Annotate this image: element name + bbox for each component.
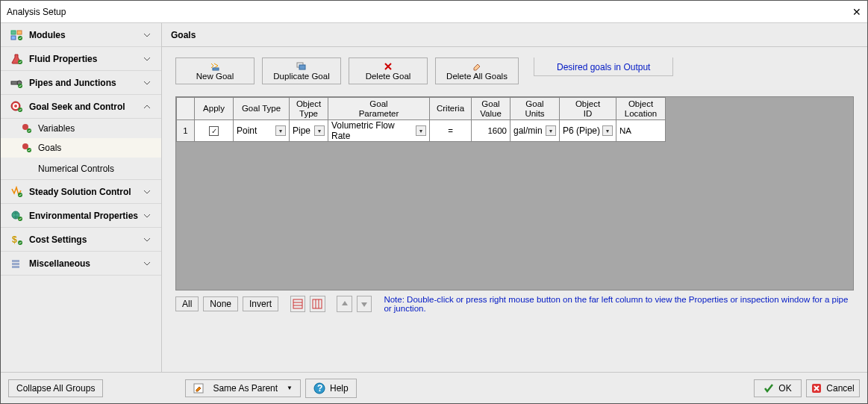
goal-units-cell[interactable]: gal/min▾ [511, 120, 560, 142]
object-location-cell[interactable]: NA [616, 120, 666, 142]
new-goal-button[interactable]: New Goal [175, 58, 255, 84]
svg-rect-27 [293, 299, 302, 308]
svg-rect-1 [17, 31, 22, 34]
same-as-parent-button[interactable]: Same As Parent ▼ [185, 379, 301, 397]
ok-check-icon [764, 383, 774, 394]
move-up-button[interactable] [337, 296, 352, 312]
col-goal-value[interactable]: Goal Value [472, 98, 511, 120]
duplicate-icon [296, 61, 307, 72]
flask-icon [8, 53, 25, 65]
delete-goal-button[interactable]: Delete Goal [349, 58, 428, 84]
variables-icon [22, 123, 37, 134]
sidebar-sub-label: Numerical Controls [37, 164, 114, 174]
dropdown-arrow-icon[interactable]: ▾ [416, 125, 426, 136]
dropdown-arrow-icon[interactable]: ▾ [275, 125, 286, 136]
goal-parameter-cell[interactable]: Volumetric Flow Rate▾ [328, 120, 430, 142]
apply-cell[interactable]: ✓ [195, 120, 234, 142]
col-goal-type[interactable]: Goal Type [234, 98, 290, 120]
sidebar-sub-numerical-controls[interactable]: Numerical Controls [1, 158, 161, 180]
object-id-cell[interactable]: P6 (Pipe)▾ [560, 120, 616, 142]
ok-button[interactable]: OK [754, 379, 802, 397]
svg-rect-21 [12, 260, 19, 262]
dropdown-arrow-icon: ▼ [287, 385, 293, 391]
goals-grid: Apply Goal Type Object Type Goal Paramet… [175, 96, 854, 290]
sidebar-label: Cost Settings [25, 234, 143, 245]
grid-footer-controls: All None Invert Note: Double-click or pr… [175, 295, 854, 313]
sidebar-item-modules[interactable]: Modules [1, 23, 161, 47]
sidebar-item-goal-seek[interactable]: Goal Seek and Control [1, 95, 161, 119]
panel-heading: Goals [162, 23, 867, 47]
dropdown-arrow-icon[interactable]: ▾ [314, 125, 325, 136]
list-view1-button[interactable] [290, 296, 305, 312]
grid-header-row: Apply Goal Type Object Type Goal Paramet… [177, 98, 666, 120]
chevron-down-icon [143, 236, 155, 243]
move-down-button[interactable] [357, 296, 372, 312]
svg-text:$: $ [12, 234, 17, 245]
sidebar-label: Modules [25, 30, 143, 40]
row-number[interactable]: 1 [177, 120, 195, 142]
chevron-down-icon [143, 212, 155, 220]
sidebar-label: Fluid Properties [25, 54, 143, 64]
duplicate-goal-button[interactable]: Duplicate Goal [262, 58, 341, 84]
chevron-down-icon [143, 188, 155, 196]
modules-icon [8, 29, 25, 41]
apply-checkbox[interactable]: ✓ [209, 126, 219, 136]
sidebar-label: Pipes and Junctions [25, 78, 143, 88]
pipes-icon [8, 77, 25, 89]
grid-row[interactable]: 1 ✓ Point▾ Pipe▾ Volumetric Flow Rate▾ =… [177, 120, 666, 142]
chevron-up-icon [143, 103, 155, 111]
sidebar-item-cost[interactable]: $ Cost Settings [1, 228, 161, 252]
close-button[interactable]: ✕ [831, 6, 861, 18]
svg-rect-0 [11, 31, 16, 34]
goal-icon [8, 101, 25, 113]
goal-value-cell[interactable]: 1600 [472, 120, 511, 142]
criteria-cell[interactable]: = [430, 120, 472, 142]
footer-bar: Collapse All Groups Same As Parent ▼ ? H… [1, 372, 867, 403]
sidebar-sub-variables[interactable]: Variables [1, 119, 161, 138]
misc-icon [8, 258, 25, 270]
help-icon: ? [313, 382, 325, 394]
dropdown-arrow-icon[interactable]: ▾ [546, 125, 556, 136]
sidebar: Modules Fluid Properties Pipes and Junct… [1, 23, 162, 372]
cancel-button[interactable]: Cancel [806, 379, 860, 397]
goal-type-cell[interactable]: Point▾ [234, 120, 290, 142]
svg-rect-26 [299, 65, 305, 69]
select-all-button[interactable]: All [175, 296, 199, 311]
sidebar-label: Miscellaneous [25, 258, 143, 269]
chevron-down-icon [143, 31, 155, 39]
col-goal-units[interactable]: Goal Units [511, 98, 560, 120]
goals-sub-icon [22, 143, 37, 153]
col-criteria[interactable]: Criteria [430, 98, 472, 120]
sidebar-sub-goals[interactable]: Goals [1, 138, 161, 158]
col-object-location[interactable]: Object Location [616, 98, 666, 120]
sidebar-item-misc[interactable]: Miscellaneous [1, 252, 161, 276]
col-object-id[interactable]: Object ID [560, 98, 616, 120]
desired-goals-output-link[interactable]: Desired goals in Output [534, 58, 673, 76]
sidebar-label: Goal Seek and Control [25, 102, 143, 112]
sidebar-item-fluid-properties[interactable]: Fluid Properties [1, 47, 161, 71]
col-apply[interactable]: Apply [195, 98, 234, 120]
list-view2-button[interactable] [310, 296, 325, 312]
chevron-down-icon [143, 79, 155, 87]
svg-text:?: ? [317, 383, 322, 394]
sidebar-sub-label: Variables [37, 123, 75, 134]
delete-all-goals-button[interactable]: Delete All Goals [435, 58, 519, 84]
select-none-button[interactable]: None [203, 296, 238, 311]
svg-point-14 [22, 143, 28, 149]
col-object-type[interactable]: Object Type [290, 98, 328, 120]
environmental-icon [8, 210, 25, 222]
collapse-all-groups-button[interactable]: Collapse All Groups [8, 379, 103, 397]
chevron-down-icon [143, 55, 155, 63]
help-button[interactable]: ? Help [305, 379, 357, 398]
dropdown-arrow-icon[interactable]: ▾ [602, 125, 613, 136]
sidebar-item-environmental[interactable]: Environmental Properties [1, 204, 161, 228]
select-invert-button[interactable]: Invert [243, 296, 278, 311]
svg-rect-24 [213, 68, 219, 70]
sidebar-item-pipes-junctions[interactable]: Pipes and Junctions [1, 71, 161, 95]
sidebar-item-steady-solution[interactable]: Steady Solution Control [1, 180, 161, 204]
svg-point-10 [14, 105, 17, 108]
delete-icon [384, 61, 393, 72]
col-goal-parameter[interactable]: Goal Parameter [328, 98, 430, 120]
object-type-cell[interactable]: Pipe▾ [290, 120, 328, 142]
edit-icon [193, 383, 204, 394]
